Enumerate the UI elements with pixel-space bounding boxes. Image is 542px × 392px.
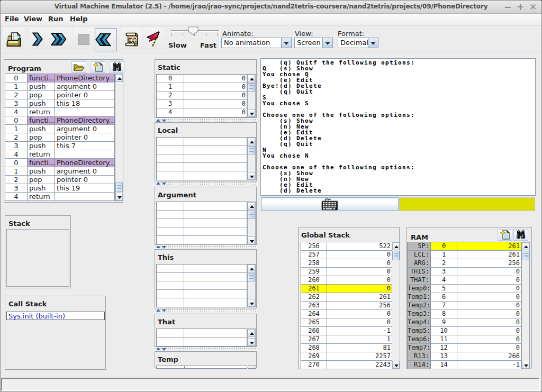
- ram-row[interactable]: THIS:30: [408, 268, 521, 276]
- global-stack-row[interactable]: 262261: [301, 293, 392, 302]
- global-stack-row[interactable]: 2600: [301, 276, 392, 285]
- splitter-collapse-icon[interactable]: [156, 245, 160, 248]
- format-combobox[interactable]: Decimal: [338, 38, 378, 48]
- ram-row[interactable]: Temp7:120: [408, 344, 521, 352]
- ram-row[interactable]: Temp3:80: [408, 310, 521, 318]
- combo-arrow-icon[interactable]: [322, 38, 332, 48]
- argument-splitter[interactable]: [155, 245, 257, 248]
- maximize-button[interactable]: +: [514, 1, 526, 13]
- global-stack-row[interactable]: 2590: [301, 268, 392, 276]
- program-row[interactable]: 1pushargument 0: [5, 125, 114, 133]
- keyboard-button[interactable]: [261, 197, 399, 211]
- local-row[interactable]: [157, 146, 247, 154]
- ram-row[interactable]: SP:0261: [408, 242, 521, 251]
- ram-row[interactable]: Temp4:90: [408, 318, 521, 327]
- program-row[interactable]: 0functi...PhoneDirectory...: [5, 159, 114, 167]
- local-row[interactable]: [157, 163, 247, 171]
- splitter-collapse-icon[interactable]: [156, 182, 160, 185]
- global-stack-row[interactable]: 256522: [301, 242, 392, 251]
- clear-program-button[interactable]: [91, 61, 105, 73]
- program-row[interactable]: 0functi...PhoneDirectory...: [5, 74, 114, 83]
- ram-row[interactable]: Temp5:100: [408, 327, 521, 335]
- splitter-expand-icon[interactable]: [162, 309, 166, 312]
- splitter-collapse-icon[interactable]: [156, 309, 160, 312]
- global-stack-row[interactable]: 26881: [301, 344, 392, 352]
- that-splitter[interactable]: [155, 347, 257, 350]
- this-scrollbar[interactable]: [247, 264, 256, 307]
- global-stack-row[interactable]: 2671: [301, 335, 392, 344]
- that-row[interactable]: [157, 329, 247, 338]
- ram-row[interactable]: Temp6:110: [408, 335, 521, 344]
- program-row[interactable]: 2poppointer 0: [5, 176, 114, 184]
- scroll-thumb[interactable]: [392, 251, 400, 260]
- argument-row[interactable]: [157, 219, 247, 227]
- menu-file[interactable]: File: [5, 15, 19, 23]
- global-stack-row[interactable]: 2580: [301, 259, 392, 268]
- static-row[interactable]: 00: [157, 75, 247, 83]
- scroll-thumb[interactable]: [522, 251, 529, 260]
- scroll-thumb[interactable]: [248, 273, 255, 281]
- scroll-up-icon[interactable]: [248, 265, 255, 272]
- that-scrollbar[interactable]: [247, 329, 256, 347]
- clear-ram-button[interactable]: [498, 229, 512, 241]
- scroll-up-icon[interactable]: [248, 138, 255, 145]
- static-scrollbar[interactable]: [247, 74, 256, 117]
- scroll-up-icon[interactable]: [522, 242, 529, 250]
- scroll-thumb[interactable]: [248, 146, 255, 154]
- ram-row[interactable]: LCL:1261: [408, 251, 521, 259]
- menu-run[interactable]: Run: [48, 15, 64, 23]
- animate-combobox[interactable]: No animation: [221, 38, 292, 48]
- scroll-up-icon[interactable]: [248, 75, 255, 83]
- local-row[interactable]: [157, 154, 247, 163]
- splitter-collapse-icon[interactable]: [156, 119, 160, 122]
- program-row[interactable]: 3pushthis 19: [5, 184, 114, 193]
- splitter-expand-icon[interactable]: [162, 246, 166, 249]
- this-splitter[interactable]: [155, 308, 257, 312]
- this-row[interactable]: [157, 298, 247, 307]
- program-row[interactable]: 2poppointer 0: [5, 133, 114, 142]
- search-ram-button[interactable]: [513, 229, 528, 241]
- ram-row[interactable]: R13:13266: [408, 352, 521, 361]
- static-row[interactable]: 40: [157, 108, 247, 117]
- argument-scrollbar[interactable]: [247, 202, 256, 245]
- ram-row[interactable]: THAT:40: [408, 276, 521, 285]
- scroll-down-icon[interactable]: [522, 361, 529, 369]
- program-row[interactable]: 4return: [5, 150, 114, 159]
- splitter-collapse-icon[interactable]: [156, 348, 160, 350]
- run-button[interactable]: [51, 28, 72, 50]
- scroll-up-icon[interactable]: [115, 74, 123, 82]
- global-stack-row[interactable]: 2610: [301, 285, 392, 293]
- program-row[interactable]: 4return: [5, 193, 114, 201]
- stop-button[interactable]: [73, 28, 94, 50]
- scroll-down-icon[interactable]: [248, 299, 255, 307]
- global-stack-row[interactable]: 2640: [301, 310, 392, 318]
- ram-row[interactable]: Temp2:70: [408, 302, 521, 310]
- single-step-button[interactable]: [30, 28, 51, 50]
- splitter-expand-icon[interactable]: [162, 183, 166, 185]
- scroll-thumb[interactable]: [115, 183, 123, 192]
- static-row[interactable]: 10: [157, 83, 247, 92]
- argument-row[interactable]: [157, 202, 247, 211]
- minimize-button[interactable]: −: [502, 1, 513, 13]
- scroll-thumb[interactable]: [248, 83, 255, 92]
- scroll-down-icon[interactable]: [248, 172, 255, 180]
- keyboard-input-field[interactable]: [399, 197, 535, 211]
- scroll-down-icon[interactable]: [392, 361, 400, 369]
- global-stack-row[interactable]: 2570: [301, 251, 392, 259]
- menu-view[interactable]: View: [24, 15, 42, 23]
- this-row[interactable]: [157, 290, 247, 298]
- combo-arrow-icon[interactable]: [281, 38, 291, 48]
- program-row[interactable]: 1pushargument 0: [5, 167, 114, 176]
- global-stack-scrollbar[interactable]: [392, 242, 400, 369]
- ram-scrollbar[interactable]: [521, 242, 530, 369]
- program-row[interactable]: 4return: [5, 108, 114, 116]
- that-row[interactable]: [157, 338, 247, 346]
- ram-row[interactable]: R14:14-1: [408, 361, 521, 369]
- local-row[interactable]: [157, 171, 247, 180]
- scroll-down-icon[interactable]: [248, 236, 255, 244]
- global-stack-row[interactable]: 2702243: [301, 361, 392, 369]
- view-program-button[interactable]: [121, 28, 142, 50]
- scroll-up-icon[interactable]: [248, 329, 255, 337]
- this-row[interactable]: [157, 281, 247, 290]
- argument-row[interactable]: [157, 227, 247, 236]
